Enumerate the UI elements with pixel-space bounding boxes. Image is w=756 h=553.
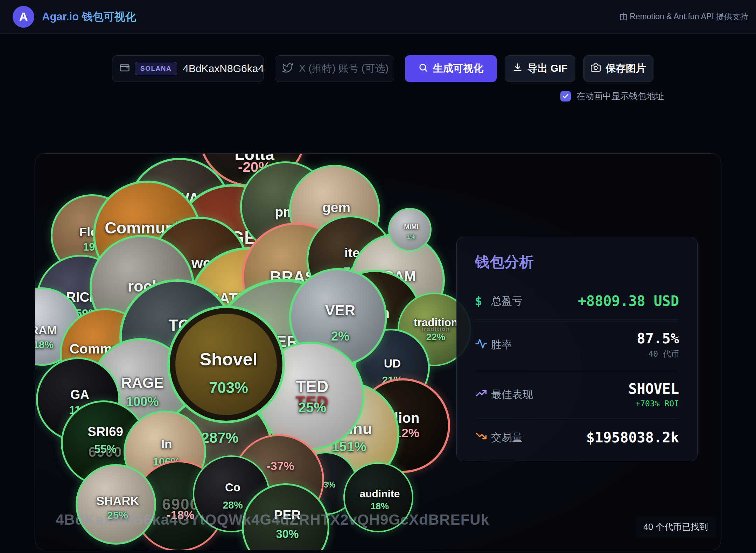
token-label: RAM <box>35 324 57 337</box>
total-pnl-label: 总盈亏 <box>491 294 523 308</box>
token-label: MIMI <box>404 223 418 231</box>
page-title: Agar.io 钱包可视化 <box>42 9 136 24</box>
token-pct: 1% <box>407 233 415 240</box>
app-logo: A <box>13 6 34 28</box>
wallet-icon <box>119 63 130 75</box>
wallet-address-input[interactable]: SOLANA 4BdKaxN8G6ka4GYtQQWk4G4dZRHTX2vQH… <box>112 55 264 82</box>
save-image-label: 保存图片 <box>606 62 646 76</box>
best-performer-roi: +703% ROI <box>629 399 679 408</box>
export-gif-button[interactable]: 导出 GIF <box>505 55 575 82</box>
token-label: UD <box>384 357 401 370</box>
token-pct: 287% <box>201 429 238 446</box>
export-gif-label: 导出 GIF <box>527 62 567 76</box>
twitter-placeholder: X (推特) 账号 (可选) <box>299 62 388 76</box>
token-label: VER <box>325 302 355 319</box>
trending-down-icon <box>475 430 491 445</box>
wallet-address-overlay: 4BdKaxN8G6ka4GYtQQWk4G4dZRHTX2vQH9GcXdBR… <box>56 511 489 528</box>
show-address-checkbox-row: 在动画中显示钱包地址 <box>560 90 664 102</box>
token-pct: 22% <box>426 331 446 343</box>
save-image-button[interactable]: 保存图片 <box>583 55 653 82</box>
token-label: audinite <box>359 488 400 500</box>
total-pnl-row: $ 总盈亏 +8809.38 USD <box>475 282 679 320</box>
token-label: tradition <box>414 316 458 329</box>
volume-label: 交易量 <box>491 430 523 445</box>
visualization-canvas: Lotta-20%RWA47%BAGELpmtgem31%Floki19%Com… <box>35 153 721 550</box>
token-pct: -37% <box>267 459 294 472</box>
wallet-analysis-title: 钱包分析 <box>475 252 679 272</box>
activity-icon <box>475 337 491 353</box>
token-label: gem <box>322 200 350 215</box>
trending-up-icon <box>475 387 491 402</box>
token-label: SRI69 <box>88 425 123 439</box>
token-pct: 30% <box>276 528 299 541</box>
token-pct: 100% <box>126 394 159 409</box>
twitter-icon <box>282 62 293 75</box>
dollar-icon: $ <box>475 294 491 308</box>
token-pct: 28% <box>223 499 243 511</box>
token-pct: 2% <box>331 329 350 344</box>
download-icon <box>513 63 523 75</box>
best-performer-value: SHOVEL <box>629 381 679 397</box>
token-pct: 18% <box>371 501 389 512</box>
powered-by-text: 由 Remotion & Ant.fun API 提供支持 <box>620 11 748 22</box>
volume-row: 交易量 $1958038.2k <box>475 419 679 456</box>
win-rate-sub: 40 代币 <box>637 349 679 359</box>
token-pct: 55% <box>94 443 116 456</box>
wallet-analysis-panel: 钱包分析 $ 总盈亏 +8809.38 USD 胜率 87.5% 40 代币 最… <box>456 237 698 461</box>
token-bubble-shovel[interactable]: Shovel703% <box>167 306 285 423</box>
token-count-badge: 40 个代币已找到 <box>636 517 716 537</box>
best-performer-label: 最佳表现 <box>491 387 533 402</box>
search-icon <box>418 63 428 75</box>
wallet-address-value: 4BdKaxN8G6ka4GYtQQWk4G4dZRHTX2vQH9GcXdBR… <box>183 63 264 75</box>
token-bubble-mimi[interactable]: MIMI1% <box>388 208 432 251</box>
show-address-checkbox-label: 在动画中显示钱包地址 <box>576 90 664 102</box>
token-pct: 25% <box>298 400 327 416</box>
generate-button-label: 生成可视化 <box>433 62 484 76</box>
token-label: RAGE <box>121 374 163 391</box>
toolbar: SOLANA 4BdKaxN8G6ka4GYtQQWk4G4dZRHTX2vQH… <box>0 55 756 82</box>
token-label: Shovel <box>200 349 257 370</box>
chain-badge: SOLANA <box>135 62 177 75</box>
camera-icon <box>591 63 601 75</box>
token-label: Co <box>225 481 240 494</box>
win-rate-row: 胜率 87.5% 40 代币 <box>475 320 679 370</box>
generate-visualization-button[interactable]: 生成可视化 <box>405 55 497 82</box>
twitter-handle-input[interactable]: X (推特) 账号 (可选) <box>275 55 394 82</box>
show-address-checkbox[interactable] <box>560 91 571 102</box>
total-pnl-value: +8809.38 USD <box>578 293 679 309</box>
volume-value: $1958038.2k <box>586 429 679 446</box>
win-rate-value: 87.5% <box>637 330 679 346</box>
token-pct: 703% <box>209 379 248 397</box>
token-label: In <box>161 437 172 451</box>
token-bubble-shark[interactable]: SHARK25% <box>76 464 156 545</box>
win-rate-label: 胜率 <box>491 338 512 352</box>
token-pct: 18% <box>35 339 54 351</box>
best-performer-row: 最佳表现 SHOVEL +703% ROI <box>475 370 679 419</box>
token-label: TED <box>296 377 329 396</box>
token-label: SHARK <box>96 494 139 508</box>
app-header: A Agar.io 钱包可视化 由 Remotion & Ant.fun API… <box>0 0 756 34</box>
token-label: GA <box>70 387 89 402</box>
